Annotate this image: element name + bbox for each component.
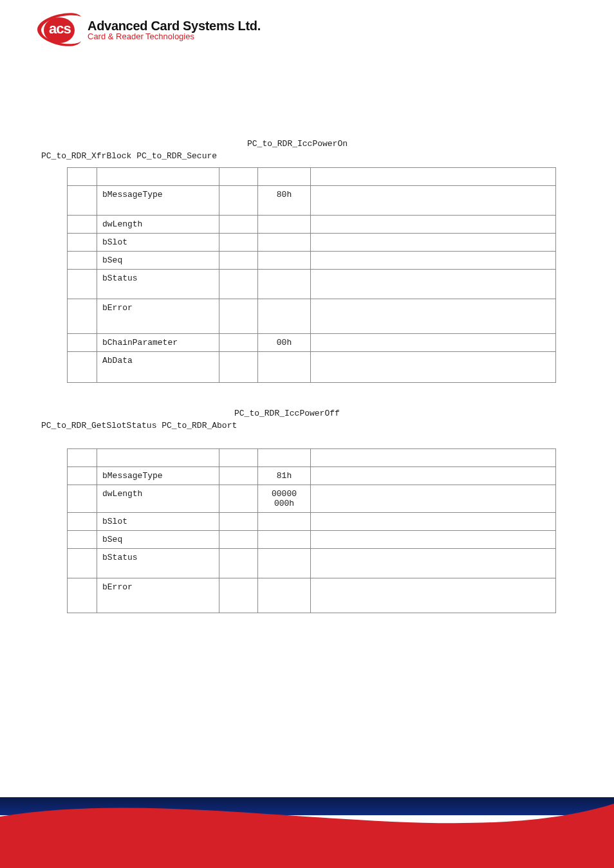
field-name: bMessageType — [97, 467, 219, 485]
table-row: bError — [68, 299, 556, 334]
table-row: bMessageType 81h — [68, 467, 556, 485]
command-ref-right-1: PC_to_RDR_IccPowerOn — [247, 139, 573, 149]
field-value — [258, 578, 311, 613]
field-value — [258, 531, 311, 549]
brand-subtitle: Card & Reader Technologies — [88, 32, 261, 42]
table-row: AbData — [68, 352, 556, 383]
footer-red-wave-icon — [0, 797, 614, 868]
command-ref-right-2: PC_to_RDR_IccPowerOff — [234, 409, 573, 418]
datablock-table-1: bMessageType 80h dwLength bSlot bSeq — [67, 167, 556, 383]
field-value — [258, 549, 311, 578]
table-row: dwLength — [68, 216, 556, 234]
command-ref-left-1: PC_to_RDR_XfrBlock PC_to_RDR_Secure — [41, 151, 573, 161]
slotstatus-table-2: bMessageType 81h dwLength 00000 000h bSl… — [67, 448, 556, 613]
field-name: bMessageType — [97, 186, 219, 216]
table-row: bSeq — [68, 531, 556, 549]
field-value: 00h — [258, 334, 311, 352]
field-name: bError — [97, 299, 219, 334]
document-footer — [0, 797, 614, 868]
table-row: bMessageType 80h — [68, 186, 556, 216]
field-name: bSeq — [97, 531, 219, 549]
field-value — [258, 234, 311, 252]
field-value — [258, 299, 311, 334]
field-value: 81h — [258, 467, 311, 485]
field-name: bStatus — [97, 270, 219, 299]
field-value — [258, 513, 311, 531]
document-header: acs Advanced Card Systems Ltd. Card & Re… — [0, 0, 614, 49]
brand-block: Advanced Card Systems Ltd. Card & Reader… — [88, 19, 261, 42]
field-name: dwLength — [97, 216, 219, 234]
field-name: AbData — [97, 352, 219, 383]
field-value — [258, 270, 311, 299]
field-value — [258, 216, 311, 234]
table-row: bChainParameter 00h — [68, 334, 556, 352]
table-header-row — [68, 449, 556, 467]
field-name: dwLength — [97, 485, 219, 513]
field-name: bSlot — [97, 234, 219, 252]
table-row: bError — [68, 578, 556, 613]
table-row: dwLength 00000 000h — [68, 485, 556, 513]
acs-logo: acs — [36, 12, 82, 49]
field-name: bSeq — [97, 252, 219, 270]
table-row: bStatus — [68, 270, 556, 299]
table-row: bStatus — [68, 549, 556, 578]
field-value — [258, 352, 311, 383]
field-name: bStatus — [97, 549, 219, 578]
field-name: bChainParameter — [97, 334, 219, 352]
document-body: PC_to_RDR_IccPowerOn PC_to_RDR_XfrBlock … — [0, 49, 614, 613]
command-ref-left-2: PC_to_RDR_GetSlotStatus PC_to_RDR_Abort — [41, 421, 573, 430]
table-row: bSlot — [68, 234, 556, 252]
field-name: bError — [97, 578, 219, 613]
logo-text: acs — [49, 21, 71, 37]
field-name: bSlot — [97, 513, 219, 531]
table-header-row — [68, 168, 556, 186]
field-value — [258, 252, 311, 270]
field-value: 80h — [258, 186, 311, 216]
table-row: bSlot — [68, 513, 556, 531]
table-row: bSeq — [68, 252, 556, 270]
field-value: 00000 000h — [258, 485, 311, 513]
